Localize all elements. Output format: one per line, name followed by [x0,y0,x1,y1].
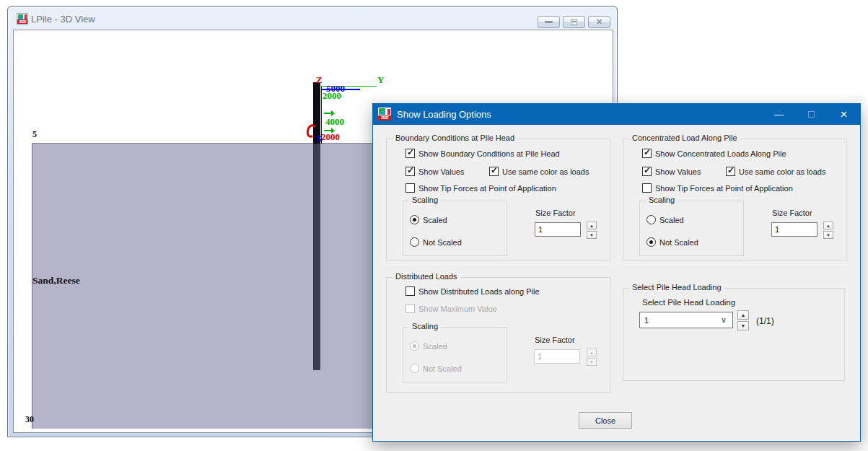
spin-up-button[interactable]: ▲ [587,222,597,229]
checkbox-icon[interactable]: ✓ [642,167,652,176]
depth-label-top: 5 [32,130,37,139]
arrow-down-icon: ▼ [589,233,594,237]
spin-up-button[interactable]: ▲ [823,222,833,229]
checkbox-label: Use same color as loads [739,167,825,176]
size-factor-label: Size Factor [535,209,576,217]
radio-scaled[interactable]: Scaled [646,215,684,224]
close-dialog-button[interactable]: Close [579,412,632,429]
checkbox-show-values[interactable]: ✓ Show Values [405,167,464,176]
group-distributed-loads: Distributed Loads ✓ Show Distributed Loa… [386,277,610,393]
size-factor-input [534,349,580,364]
checkbox-label: Show Tip Forces at Point of Application [418,184,556,193]
checkbox-label: Show Tip Forces at Point of Application [655,184,793,193]
dialog-minimize-button[interactable]: — [763,104,795,125]
dialog-controls: — ✕ [763,104,860,125]
checkbox-use-same-color[interactable]: ✓ Use same color as loads [726,167,825,176]
checkbox-label: Show Boundary Conditions at Pile Head [418,149,560,158]
size-factor-label: Size Factor [772,209,812,217]
radio-scaled: Scaled [410,341,447,351]
arrow-down-icon: ▼ [589,360,594,364]
checkbox-icon[interactable]: ✓ [405,183,415,193]
checkbox-icon[interactable]: ✓ [642,149,652,158]
load-value-green-top: 2000 [323,91,341,100]
spin-down-button[interactable]: ▼ [587,231,597,239]
app-icon-year: 2022 [378,115,391,121]
group-select-pile-head-loading: Select Pile Head Loading Select Pile Hea… [623,288,845,381]
radio-not-scaled[interactable]: Not Scaled [646,237,698,247]
checkbox-icon[interactable]: ✓ [642,183,652,193]
pile-head-loading-combobox[interactable]: 1 ∨ [639,312,733,328]
size-factor-input[interactable] [535,222,581,237]
group-title: Select Pile Head Loading [629,283,724,292]
arrow-down-icon: ▼ [741,323,746,328]
checkbox-icon[interactable]: ✓ [489,167,499,176]
checkbox-label: Show Concentrated Loads Along Pile [655,149,786,158]
screen: 2022 LPile - 3D View ✕ 5 30 Sand,Reese Z… [0,0,868,451]
dialog-close-button[interactable]: ✕ [828,104,860,125]
radio-label: Scaled [423,216,447,224]
spin-down-button[interactable]: ▼ [737,321,749,330]
chevron-down-icon: ∨ [721,315,727,325]
checkbox-icon[interactable]: ✓ [405,149,415,158]
arrow-up-icon: ▲ [589,351,594,355]
close-button[interactable]: ✕ [588,16,610,28]
app-icon: 2022 [17,13,28,25]
maximize-icon [808,111,815,118]
minimize-icon [545,21,553,23]
spin-up-button: ▲ [587,349,597,356]
radio-not-scaled[interactable]: Not Scaled [410,237,462,247]
pile-below-ground [313,144,320,370]
checkbox-show-values[interactable]: ✓ Show Values [642,167,701,176]
spin-up-button[interactable]: ▲ [737,310,749,320]
radio-icon[interactable] [410,215,419,224]
arrow-down-icon: ▼ [826,233,830,237]
arrow-up-icon: ▲ [741,312,746,318]
checkbox-label: Show Values [655,167,701,176]
checkbox-icon[interactable]: ✓ [405,286,415,296]
radio-label: Scaled [659,216,684,224]
radio-label: Not Scaled [423,364,462,373]
minimize-button[interactable] [538,16,560,28]
radio-icon[interactable] [646,237,656,247]
loading-stepper: ▲ ▼ [737,310,749,330]
group-scaling: Scaling Scaled Not Scaled [639,201,744,256]
size-factor-label: Size Factor [535,336,575,344]
dialog-title: Show Loading Options [397,109,491,120]
window-title: LPile - 3D View [31,14,95,25]
checkbox-label: Show Maximum Value [418,305,497,313]
checkbox-show-boundary-conditions[interactable]: ✓ Show Boundary Conditions at Pile Head [405,149,560,158]
load-value-green-mid: 4000 [325,117,344,126]
radio-scaled[interactable]: Scaled [410,215,447,224]
checkbox-icon[interactable]: ✓ [726,167,735,176]
radio-label: Scaled [423,342,447,351]
restore-button[interactable] [563,16,585,28]
load-value-red: 2000 [321,132,340,141]
app-icon-year: 2022 [17,19,27,24]
group-title: Distributed Loads [393,272,460,281]
checkbox-show-tip-forces[interactable]: ✓ Show Tip Forces at Point of Applicatio… [405,183,556,193]
loading-count-label: (1/1) [756,316,774,326]
checkbox-show-concentrated-loads[interactable]: ✓ Show Concentrated Loads Along Pile [642,149,786,158]
group-scaling: Scaling Scaled Not Scaled [403,201,507,256]
checkbox-use-same-color[interactable]: ✓ Use same color as loads [489,167,589,176]
size-factor-stepper: ▲ ▼ [587,349,597,366]
show-loading-options-dialog: 2022 Show Loading Options — ✕ Boundary C… [372,103,861,442]
z-axis-label: Z [316,75,323,84]
close-icon: ✕ [840,110,848,119]
radio-icon[interactable] [410,237,419,247]
checkbox-label: Use same color as loads [502,167,589,176]
select-loading-label: Select Pile Head Loading [642,298,735,307]
minimize-icon: — [774,110,784,119]
radio-icon [410,341,419,351]
group-title: Scaling [409,322,441,330]
spin-down-button[interactable]: ▼ [823,231,833,239]
size-factor-input[interactable] [771,222,817,237]
checkbox-icon[interactable]: ✓ [405,167,415,176]
checkbox-show-tip-forces[interactable]: ✓ Show Tip Forces at Point of Applicatio… [642,183,793,193]
dialog-app-icon: 2022 [378,108,391,121]
group-boundary-conditions: Boundary Conditions at Pile Head ✓ Show … [386,139,610,260]
dialog-titlebar[interactable]: 2022 Show Loading Options — ✕ [373,104,860,125]
checkbox-show-distributed-loads[interactable]: ✓ Show Distributed Loads along Pile [405,286,540,296]
restore-icon [571,19,577,25]
radio-icon[interactable] [646,215,656,224]
